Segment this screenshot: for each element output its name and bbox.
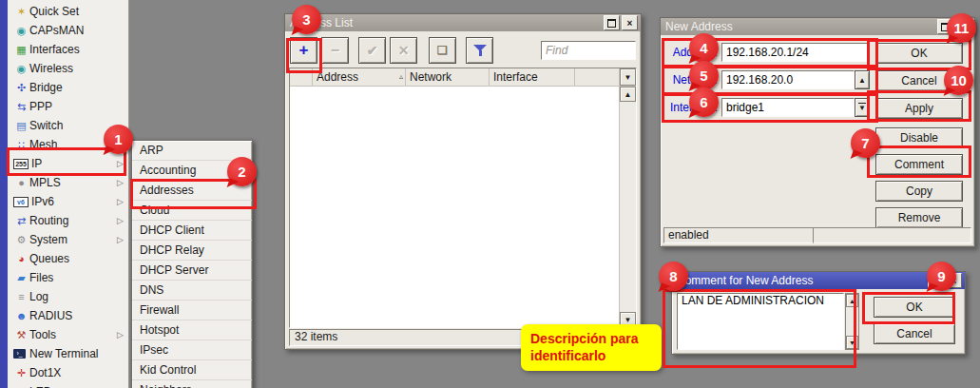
log-list-icon: ≡ — [13, 292, 29, 302]
remove-button[interactable]: Remove — [875, 207, 963, 228]
wand-icon: ✶ — [13, 7, 29, 17]
enable-button[interactable]: ✔ — [358, 37, 386, 64]
crosshair-icon: ✛ — [13, 368, 29, 378]
column-header-network[interactable]: Network — [406, 68, 490, 86]
sidebar-item-label: New Terminal — [29, 347, 128, 360]
interface-dropdown-button[interactable]: ▼ — [855, 98, 870, 117]
address-list-titlebar[interactable]: Address List × — [285, 14, 641, 31]
sidebar-item-files[interactable]: ▰Files — [8, 268, 128, 287]
sidebar-item-routing[interactable]: ⇄Routing▷ — [8, 211, 128, 230]
menu-item-neighbors[interactable]: Neighbors — [132, 379, 252, 388]
sidebar-item-label: Routing — [29, 214, 117, 227]
scroll-down-button[interactable]: ▼ — [846, 336, 858, 349]
folder-icon: ▰ — [13, 273, 29, 283]
sidebar-item-ppp[interactable]: ⇆PPP — [8, 97, 128, 116]
submenu-arrow-icon: ▷ — [117, 178, 124, 187]
vertical-scrollbar[interactable]: ▲ ▼ — [619, 87, 636, 327]
sidebar-item-bridge[interactable]: ✣Bridge — [8, 78, 128, 97]
menu-item-dns[interactable]: DNS — [132, 280, 252, 300]
gear-icon: ⚙ — [13, 235, 29, 245]
step-badge-11: 11 — [947, 13, 976, 43]
step-badge-7: 7 — [851, 128, 880, 158]
column-select-button[interactable]: ▼ — [620, 68, 636, 86]
sidebar-item-log[interactable]: ≡Log — [8, 287, 128, 306]
menu-item-cloud[interactable]: Cloud — [132, 200, 252, 220]
disable-button[interactable]: Disable — [875, 127, 963, 148]
close-button[interactable]: × — [622, 15, 638, 30]
network-input[interactable] — [721, 70, 855, 89]
sort-asc-icon: ▵ — [399, 68, 405, 86]
comment-ok-button[interactable]: OK — [874, 297, 955, 318]
comment-scrollbar[interactable]: ▲ ▼ — [845, 293, 859, 350]
menu-item-dhcp-client[interactable]: DHCP Client — [132, 220, 252, 240]
menu-item-ipsec[interactable]: IPsec — [132, 340, 252, 359]
sidebar-item-system[interactable]: ⚙System▷ — [8, 230, 128, 249]
scrollbar-track[interactable] — [846, 307, 858, 336]
submenu-arrow-icon: ▷ — [117, 330, 124, 340]
sidebar-item-radius[interactable]: ☻RADIUS — [8, 306, 128, 325]
address-list-body: + − ✔ ✕ ❏ Address▵ Network Interface ▼ — [285, 31, 641, 349]
sidebar-item-label: PPP — [29, 100, 128, 113]
step-badge-6: 6 — [689, 87, 719, 117]
sidebar-item-capsman[interactable]: ◉CAPsMAN — [8, 21, 128, 40]
menu-item-firewall[interactable]: Firewall — [132, 300, 252, 320]
address-list-rows[interactable] — [290, 87, 619, 327]
filter-button[interactable] — [466, 37, 493, 64]
submenu-arrow-icon: ▷ — [117, 159, 124, 168]
comment-titlebar[interactable]: Comment for New Address × — [672, 272, 965, 289]
submenu-arrow-icon: ▷ — [117, 197, 124, 206]
find-input[interactable] — [541, 41, 636, 60]
scroll-up-button[interactable]: ▲ — [620, 87, 636, 102]
sidebar-item-ipv6[interactable]: v6IPv6▷ — [8, 192, 128, 211]
terminal-icon: ›_ — [13, 349, 26, 359]
sidebar-item-dot1x[interactable]: ✛Dot1X — [8, 363, 128, 382]
filter-funnel-icon — [473, 44, 487, 56]
address-input[interactable] — [721, 43, 870, 62]
sidebar-item-interfaces[interactable]: ▦Interfaces — [8, 40, 128, 59]
sidebar-item-wireless[interactable]: ◉Wireless — [8, 59, 128, 78]
queues-icon: ◕ — [13, 254, 29, 264]
antenna-icon: ◉ — [13, 26, 29, 36]
menu-item-dhcp-relay[interactable]: DHCP Relay — [132, 240, 252, 260]
comment-cancel-button[interactable]: Cancel — [874, 323, 955, 344]
sidebar-item-label: IPv6 — [31, 195, 117, 208]
menu-item-kid-control[interactable]: Kid Control — [132, 359, 252, 379]
sidebar-item-queues[interactable]: ◕Queues — [8, 249, 128, 268]
ok-button[interactable]: OK — [875, 43, 963, 64]
network-spinner-up[interactable]: ▲ — [855, 70, 870, 89]
apply-button[interactable]: Apply — [875, 98, 963, 119]
comment-button-toolbar[interactable]: ❏ — [429, 37, 456, 64]
sidebar-item-tools[interactable]: ⚒Tools▷ — [8, 325, 128, 344]
scrollbar-track[interactable] — [620, 102, 636, 312]
disable-button[interactable]: ✕ — [390, 37, 417, 64]
network-card-icon: ▦ — [13, 45, 29, 55]
winbox-screen: ✶Quick Set ◉CAPsMAN ▦Interfaces ◉Wireles… — [0, 0, 980, 388]
column-header-address[interactable]: Address▵ — [313, 68, 406, 86]
add-button[interactable]: + — [290, 37, 317, 64]
sidebar-item-label: Dot1X — [29, 366, 128, 379]
sidebar-item-label: Log — [29, 290, 128, 303]
step-badge-1: 1 — [104, 125, 133, 154]
remove-button[interactable]: − — [321, 37, 349, 64]
scroll-up-button[interactable]: ▲ — [846, 294, 858, 307]
menu-item-arp[interactable]: ARP — [132, 141, 252, 160]
copy-button[interactable]: Copy — [875, 181, 963, 202]
step-badge-10: 10 — [944, 66, 973, 95]
comment-button[interactable]: Comment — [875, 154, 963, 175]
column-header-interface[interactable]: Interface — [490, 68, 575, 86]
sidebar-item-label: Wireless — [29, 62, 128, 75]
comment-textarea[interactable]: LAN DE ADMINISTRACION — [677, 293, 844, 350]
menu-item-dhcp-server[interactable]: DHCP Server — [132, 260, 252, 280]
sidebar: ✶Quick Set ◉CAPsMAN ▦Interfaces ◉Wireles… — [8, 0, 129, 388]
menu-item-hotspot[interactable]: Hotspot — [132, 320, 252, 340]
submenu-arrow-icon: ▷ — [117, 235, 124, 244]
interface-input[interactable] — [721, 98, 855, 117]
maximize-button[interactable] — [604, 15, 620, 30]
column-header-flags[interactable] — [290, 68, 313, 86]
sidebar-item-quick-set[interactable]: ✶Quick Set — [8, 2, 128, 21]
sidebar-item-mpls[interactable]: ●MPLS▷ — [8, 173, 128, 192]
new-address-titlebar[interactable]: New Address × — [661, 18, 974, 35]
sidebar-item-new-terminal[interactable]: ›_New Terminal — [8, 344, 128, 363]
sidebar-item-led[interactable]: ▥LED — [8, 382, 128, 388]
sidebar-item-label: CAPsMAN — [29, 24, 128, 37]
